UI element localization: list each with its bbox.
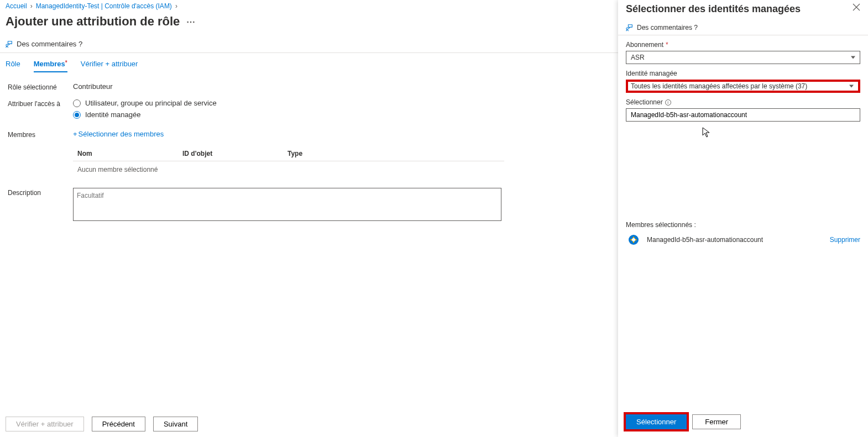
select-members-link[interactable]: +Sélectionner des membres (73, 130, 164, 138)
person-feedback-icon (626, 24, 634, 31)
more-menu-icon[interactable]: ⋯ (186, 17, 195, 27)
panel-feedback-link[interactable]: Des commentaires ? (637, 24, 698, 31)
close-icon (853, 3, 860, 11)
radio-user-group-sp[interactable] (73, 99, 81, 107)
panel-title: Sélectionner des identités managées (626, 3, 801, 15)
previous-button[interactable]: Précédent (92, 417, 145, 431)
breadcrumb-iam[interactable]: ManagedIdentity-Test | Contrôle d'accès … (36, 2, 172, 10)
remove-member-link[interactable]: Supprimer (830, 236, 860, 244)
selected-role-label: Rôle sélectionné (8, 82, 73, 91)
radio-managed-identity[interactable] (73, 111, 81, 119)
panel-footer: Sélectionner Fermer (618, 409, 868, 437)
person-feedback-icon (6, 40, 13, 48)
required-indicator: * (666, 41, 668, 49)
radio-managed-identity-label: Identité managée (85, 110, 140, 119)
radio-user-group-sp-label: Utilisateur, groupe ou principal de serv… (85, 99, 217, 107)
chevron-right-icon: › (30, 2, 33, 10)
members-table: Nom ID d'objet Type Aucun membre sélecti… (73, 146, 504, 178)
tab-members[interactable]: Membres* (34, 60, 67, 72)
plus-icon: + (73, 130, 77, 138)
subscription-dropdown[interactable]: ASR (626, 51, 860, 64)
assign-access-label: Attribuer l'accès à (8, 99, 73, 108)
members-label: Membres (8, 130, 73, 139)
col-header-name: Nom (77, 150, 182, 157)
subscription-label: Abonnement (626, 41, 663, 49)
feedback-label: Des commentaires ? (17, 40, 82, 48)
managed-identity-dropdown[interactable]: Toutes les identités managées affectées … (626, 80, 860, 93)
next-button[interactable]: Suivant (153, 417, 198, 431)
col-header-type: Type (287, 150, 500, 157)
required-indicator: * (65, 60, 67, 66)
selected-member-row: ManagedId-b5h-asr-automationaccount Supp… (626, 232, 860, 248)
chevron-right-icon: › (175, 2, 177, 10)
col-header-id: ID d'objet (182, 150, 287, 157)
page-footer: Vérifier + attribuer Précédent Suivant (6, 417, 198, 431)
managed-identity-label: Identité managée (626, 70, 860, 77)
page-title: Ajouter une attribution de rôle (6, 14, 180, 29)
description-textarea[interactable] (73, 188, 501, 221)
tab-review[interactable]: Vérifier + attribuer (81, 60, 138, 72)
info-icon[interactable]: i (665, 99, 671, 106)
select-button[interactable]: Sélectionner (626, 414, 687, 429)
close-panel-button[interactable] (853, 3, 860, 13)
select-label: Sélectionner (626, 98, 663, 106)
feedback-command[interactable]: Des commentaires ? (6, 40, 82, 48)
review-assign-button[interactable]: Vérifier + attribuer (6, 417, 84, 431)
breadcrumb-home[interactable]: Accueil (6, 2, 27, 10)
selected-member-name: ManagedId-b5h-asr-automationaccount (647, 236, 824, 244)
description-label: Description (8, 188, 73, 197)
select-search-input[interactable] (626, 108, 860, 122)
panel-command-bar: Des commentaires ? (618, 20, 868, 35)
select-managed-identities-panel: Sélectionner des identités managées Des … (618, 0, 868, 437)
automation-account-icon (626, 232, 641, 248)
tab-role[interactable]: Rôle (6, 60, 20, 72)
svg-point-1 (632, 238, 635, 241)
selected-members-heading: Membres sélectionnés : (626, 221, 860, 229)
close-button[interactable]: Fermer (692, 414, 741, 429)
members-table-empty: Aucun membre sélectionné (73, 161, 504, 178)
